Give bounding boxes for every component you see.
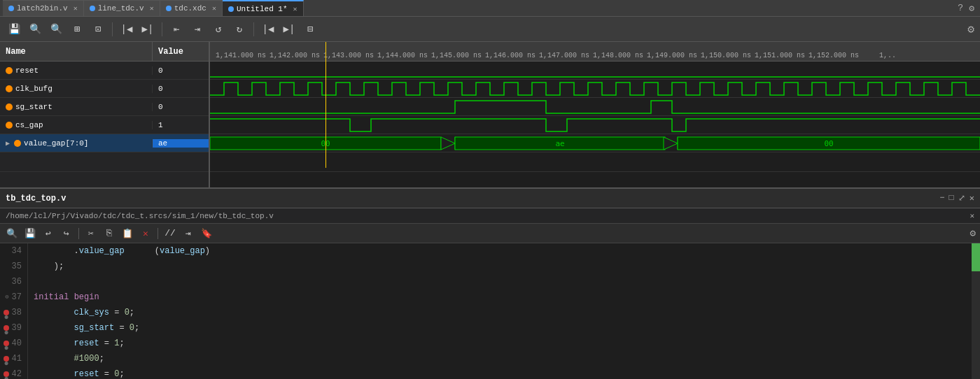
code-editor: 34 35 36 ⊖37 ●38 ●39 ●40 ●41 ●42 ●43 ●44… xyxy=(0,243,980,379)
waveform-area[interactable]: 1,142.822 ns xyxy=(210,62,980,187)
zoom-fit-btn[interactable]: ⊞ xyxy=(69,21,85,38)
toolbar-sep-2 xyxy=(162,22,162,36)
toolbar: 💾 🔍 🔍 ⊞ ⊡ |◀ ▶| ⇤ ⇥ ↺ ↻ |◀ ▶| ⊟ ⚙ xyxy=(0,17,980,42)
time-marker-1147: 1,147.000 ns xyxy=(539,52,589,59)
signal-header-value: Value xyxy=(153,42,209,61)
zoom-out-btn[interactable]: 🔍 xyxy=(48,21,64,38)
wave-row-value-gap: 00 ae 00 xyxy=(210,134,980,152)
code-line-34: .value_gap (value_gap) xyxy=(28,243,972,259)
code-toolbar-sep-2 xyxy=(158,228,158,239)
tab-close-latch2bin[interactable]: ✕ xyxy=(74,4,78,13)
ln-37: ⊖37 xyxy=(0,289,27,305)
code-content[interactable]: .value_gap (value_gap) ); initial begin … xyxy=(28,243,972,379)
go-start-btn[interactable]: |◀ xyxy=(118,21,135,38)
lock-btn[interactable]: ⊟ xyxy=(302,21,318,38)
code-line-35: ); xyxy=(28,259,972,274)
tab-tdc-xdc[interactable]: tdc.xdc ✕ xyxy=(160,0,223,16)
tab-icon-line-tdc xyxy=(90,6,95,11)
tab-line-tdc[interactable]: line_tdc.v ✕ xyxy=(84,0,160,16)
tab-close-line-tdc[interactable]: ✕ xyxy=(150,4,154,13)
signal-row-cs-gap[interactable]: cs_gap 1 xyxy=(0,116,209,134)
next-edge-btn[interactable]: ⇥ xyxy=(189,21,206,38)
file-path: /home/lcl/Prj/Vivado/tdc/tdc_t.srcs/sim_… xyxy=(6,212,274,220)
signal-dot-sg-start xyxy=(6,103,13,110)
signal-value-sg-start: 0 xyxy=(153,103,209,111)
tab-label-latch2bin: latch2bin.v xyxy=(17,4,68,13)
signal-name-cs-gap: cs_gap xyxy=(0,121,153,129)
signal-name-reset: reset xyxy=(0,66,153,75)
prev-edge-btn[interactable]: ⇤ xyxy=(168,21,185,38)
signal-name-sg-start: sg_start xyxy=(0,103,153,111)
code-toolbar-gear[interactable]: ⚙ xyxy=(970,227,976,239)
close-panel-btn[interactable]: ✕ xyxy=(969,193,974,203)
signal-header-name: Name xyxy=(0,42,153,61)
tab-icon-untitled1 xyxy=(228,6,234,12)
wave-row-empty xyxy=(210,152,980,172)
zoom-in-btn[interactable]: 🔍 xyxy=(27,21,43,38)
signal-value-value-gap: ae xyxy=(153,139,209,148)
code-copy-btn[interactable]: ⎘ xyxy=(102,226,117,241)
time-marker-1148: 1,148.000 ns xyxy=(593,52,643,59)
code-panel-title: tb_tdc_top.v xyxy=(6,194,66,203)
step-back-btn[interactable]: ↺ xyxy=(210,21,227,38)
code-comment-btn[interactable]: // xyxy=(162,226,178,241)
signal-row-sg-start[interactable]: sg_start 0 xyxy=(0,98,209,116)
code-undo-btn[interactable]: ↩ xyxy=(41,226,56,241)
code-indent-btn[interactable]: ⇥ xyxy=(181,226,196,241)
maximize-btn[interactable]: ⤢ xyxy=(958,193,965,203)
step-fwd-btn[interactable]: ↻ xyxy=(231,21,248,38)
ln-39: ●39 xyxy=(0,320,27,336)
code-cut-btn[interactable]: ✂ xyxy=(83,226,99,241)
signal-value-clk-bufg: 0 xyxy=(153,85,209,93)
waveform-canvas-area[interactable]: 1,141.000 ns 1,142.000 ns 1,143.000 ns 1… xyxy=(210,42,980,187)
settings-icon[interactable]: ⚙ xyxy=(969,3,974,14)
time-marker-1141: 1,141.000 ns xyxy=(216,52,266,59)
time-marker-1151: 1,151.000 ns xyxy=(755,52,805,59)
time-marker-1143: 1,143.000 ns xyxy=(323,52,374,59)
tab-icon-tdc-xdc xyxy=(166,6,172,11)
code-panel-titlebar: tb_tdc_top.v − □ ⤢ ✕ xyxy=(0,189,980,208)
signal-row-reset[interactable]: reset 0 xyxy=(0,62,209,80)
toolbar-sep-3 xyxy=(253,22,254,36)
tab-close-tdc-xdc[interactable]: ✕ xyxy=(212,4,216,13)
signal-row-clk-bufg[interactable]: clk_bufg 0 xyxy=(0,80,209,98)
tab-label-untitled1: Untitled 1* xyxy=(237,5,288,13)
code-paste-btn[interactable]: 📋 xyxy=(120,226,135,241)
signal-row-empty xyxy=(0,152,209,172)
signal-value-reset: 0 xyxy=(153,66,209,75)
code-search-btn[interactable]: 🔍 xyxy=(4,226,20,241)
wave-row-clk-bufg xyxy=(210,80,980,98)
add-marker-btn[interactable]: |◀ xyxy=(260,21,276,38)
go-end-btn[interactable]: ▶| xyxy=(139,21,156,38)
time-marker-1149: 1,149.000 ns xyxy=(647,52,697,59)
signal-row-value-gap[interactable]: ▶ value_gap[7:0] ae xyxy=(0,134,209,152)
tab-label-line-tdc: line_tdc.v xyxy=(98,4,144,13)
help-icon[interactable]: ? xyxy=(958,3,963,13)
expand-value-gap[interactable]: ▶ xyxy=(6,139,10,148)
code-save-btn[interactable]: 💾 xyxy=(22,226,38,241)
tab-latch2bin[interactable]: latch2bin.v ✕ xyxy=(3,0,84,16)
del-marker-btn[interactable]: ▶| xyxy=(281,21,298,38)
signal-dot-value-gap xyxy=(14,140,21,147)
code-bookmark-btn[interactable]: 🔖 xyxy=(199,226,214,241)
svg-text:ae: ae xyxy=(555,139,564,148)
minimize-btn[interactable]: − xyxy=(939,193,944,203)
time-marker-1146: 1,146.000 ns xyxy=(485,52,536,59)
code-redo-btn[interactable]: ↪ xyxy=(59,226,74,241)
ln-36: 36 xyxy=(0,274,27,289)
path-close-btn[interactable]: ✕ xyxy=(969,211,974,220)
tab-untitled1[interactable]: Untitled 1* ✕ xyxy=(223,0,304,16)
signal-dot-cs-gap xyxy=(6,122,13,129)
svg-marker-2 xyxy=(441,137,455,150)
restore-btn[interactable]: □ xyxy=(949,193,954,203)
signal-value-cs-gap: 1 xyxy=(153,121,209,129)
scrollbar-thumb[interactable] xyxy=(972,243,980,271)
code-scrollbar[interactable] xyxy=(972,243,980,379)
ln-40: ●40 xyxy=(0,336,27,351)
zoom-sel-btn[interactable]: ⊡ xyxy=(90,21,106,38)
toolbar-sep-1 xyxy=(112,22,113,36)
save-btn[interactable]: 💾 xyxy=(6,21,22,38)
code-delete-btn[interactable]: ✕ xyxy=(138,226,153,241)
toolbar-gear[interactable]: ⚙ xyxy=(967,22,974,36)
tab-close-untitled1[interactable]: ✕ xyxy=(293,5,298,13)
